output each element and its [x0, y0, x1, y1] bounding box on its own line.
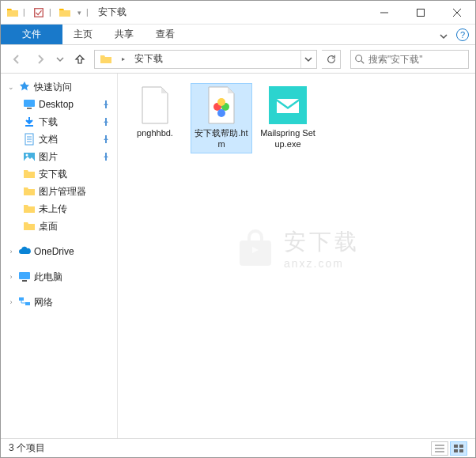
sidebar-item-label: OneDrive	[34, 246, 74, 257]
svg-point-2	[356, 55, 362, 61]
sidebar-item-label: 网络	[34, 296, 53, 309]
file-item[interactable]: pnghhbd.	[124, 83, 186, 153]
sidebar-item-folder[interactable]: 安下载	[1, 165, 117, 183]
svg-rect-10	[22, 280, 27, 282]
content-pane[interactable]: pnghhbd. 安下载帮助.htm Mailspring Setup.exe	[118, 74, 475, 438]
expand-icon[interactable]: ›	[7, 298, 15, 306]
svg-point-16	[217, 98, 225, 106]
file-item[interactable]: Mailspring Setup.exe	[257, 83, 319, 153]
sidebar-item-documents[interactable]: 文档	[1, 131, 117, 148]
svg-rect-3	[24, 100, 35, 107]
computer-icon	[18, 271, 31, 283]
file-label: pnghhbd.	[137, 127, 173, 138]
qat-dropdown-icon[interactable]: ▾	[75, 6, 83, 20]
ribbon-tabs: 文件 主页 共享 查看 ?	[1, 25, 475, 45]
back-button[interactable]	[7, 50, 26, 69]
breadcrumb-folder[interactable]: 安下载	[131, 52, 166, 66]
search-icon	[354, 54, 365, 65]
maximize-button[interactable]	[402, 1, 439, 25]
sidebar-network[interactable]: › 网络	[1, 293, 117, 311]
pin-icon	[100, 115, 112, 128]
folder-icon	[58, 6, 72, 20]
sidebar-item-label: Desktop	[39, 99, 74, 110]
htm-icon	[202, 86, 240, 124]
sidebar-item-label: 图片	[39, 150, 58, 164]
expand-icon[interactable]: ›	[7, 248, 15, 255]
svg-rect-11	[19, 297, 24, 301]
folder-icon	[23, 168, 36, 180]
sidebar-item-label: 下载	[39, 115, 58, 129]
svg-rect-5	[25, 125, 33, 127]
network-icon	[18, 296, 31, 308]
svg-rect-4	[27, 108, 32, 109]
file-label: 安下载帮助.htm	[192, 127, 251, 150]
expand-ribbon-icon[interactable]	[439, 30, 448, 40]
download-icon	[23, 115, 36, 128]
svg-rect-18	[454, 445, 458, 448]
view-icons-button[interactable]	[450, 441, 467, 456]
svg-point-15	[217, 109, 225, 117]
sidebar-item-label: 未上传	[39, 203, 67, 216]
pictures-icon	[23, 150, 36, 163]
navigation-pane: ⌄ 快速访问 Desktop 下载 文档 图片 安下载	[1, 74, 118, 438]
watermark-cn: 安下载	[284, 227, 360, 257]
sidebar-quick-access[interactable]: ⌄ 快速访问	[1, 78, 117, 96]
close-button[interactable]	[439, 1, 475, 25]
separator-icon: |	[49, 4, 55, 21]
watermark-en: anxz.com	[284, 257, 360, 270]
svg-rect-1	[417, 9, 425, 16]
sidebar-item-label: 此电脑	[34, 271, 62, 284]
collapse-icon[interactable]: ⌄	[7, 83, 15, 91]
sidebar-item-desktop[interactable]: Desktop	[1, 96, 117, 113]
forward-button[interactable]	[31, 50, 50, 69]
window-controls	[366, 1, 475, 25]
sidebar-item-label: 快速访问	[34, 81, 72, 94]
expand-icon[interactable]: ›	[7, 273, 15, 281]
refresh-button[interactable]	[322, 50, 341, 69]
help-button[interactable]: ?	[456, 28, 469, 41]
sidebar-item-folder[interactable]: 桌面	[1, 218, 117, 235]
tab-home[interactable]: 主页	[62, 25, 104, 44]
pin-icon	[100, 98, 112, 111]
tab-share[interactable]: 共享	[104, 25, 145, 44]
cloud-icon	[18, 245, 31, 258]
file-label: Mailspring Setup.exe	[259, 127, 317, 150]
sidebar-item-label: 文档	[39, 133, 58, 146]
window-title: 安下载	[98, 6, 127, 19]
sidebar-item-label: 桌面	[39, 220, 58, 233]
quick-access-toolbar: | | ▾ | 安下载	[1, 4, 131, 21]
address-dropdown-icon[interactable]	[300, 51, 315, 68]
file-list: pnghhbd. 安下载帮助.htm Mailspring Setup.exe	[124, 83, 469, 153]
sidebar-item-label: 安下载	[39, 168, 67, 181]
sidebar-this-pc[interactable]: › 此电脑	[1, 268, 117, 286]
pin-icon	[100, 150, 112, 163]
up-button[interactable]	[70, 50, 89, 69]
sidebar-item-folder[interactable]: 图片管理器	[1, 183, 117, 200]
address-bar[interactable]: ▸ 安下载	[94, 50, 317, 69]
view-details-button[interactable]	[431, 441, 448, 456]
tab-file[interactable]: 文件	[1, 25, 62, 44]
sidebar-item-pictures[interactable]: 图片	[1, 148, 117, 165]
folder-icon	[23, 185, 36, 198]
svg-rect-19	[459, 445, 463, 448]
separator-icon: |	[86, 4, 92, 21]
svg-point-8	[26, 154, 28, 157]
file-item[interactable]: 安下载帮助.htm	[191, 83, 252, 153]
search-input[interactable]	[368, 54, 465, 65]
tab-view[interactable]: 查看	[145, 25, 186, 44]
properties-icon[interactable]	[32, 6, 46, 20]
search-box[interactable]	[350, 50, 469, 69]
minimize-button[interactable]	[366, 1, 402, 25]
svg-rect-9	[19, 272, 30, 279]
file-icon	[136, 86, 174, 124]
breadcrumb-sep-icon[interactable]: ▸	[119, 55, 128, 62]
status-bar: 3 个项目	[1, 438, 475, 457]
svg-rect-0	[35, 8, 43, 17]
sidebar-item-downloads[interactable]: 下载	[1, 113, 117, 131]
folder-icon	[23, 220, 36, 233]
recent-dropdown-icon[interactable]	[55, 50, 66, 69]
mail-app-icon	[269, 86, 307, 124]
sidebar-item-folder[interactable]: 未上传	[1, 200, 117, 218]
sidebar-onedrive[interactable]: › OneDrive	[1, 243, 117, 260]
folder-icon	[6, 6, 20, 20]
